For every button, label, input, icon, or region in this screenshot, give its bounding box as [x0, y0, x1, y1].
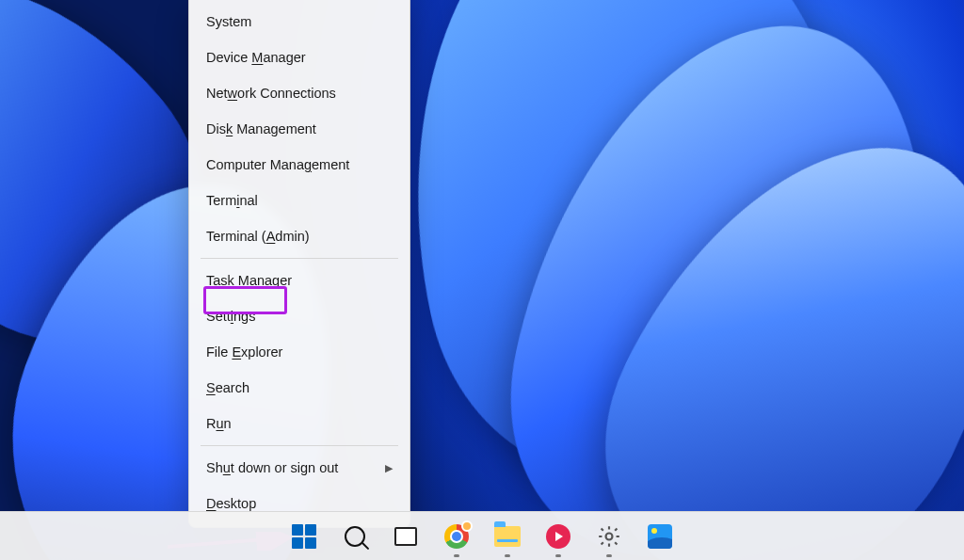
taskbar-app-explorer[interactable]	[492, 521, 522, 552]
menu-item-label: Run	[206, 416, 232, 431]
menu-item-file-explorer[interactable]: File Explorer	[191, 334, 408, 370]
search-icon	[345, 526, 365, 547]
menu-item-label: File Explorer	[206, 344, 282, 360]
taskbar-app-recorder[interactable]	[543, 521, 573, 552]
menu-item-label: System	[206, 14, 251, 29]
menu-item-label: Computer Management	[206, 157, 349, 172]
menu-item-disk-management[interactable]: Disk Management	[191, 111, 408, 147]
menu-item-label: Shut down or sign out	[206, 460, 338, 475]
search-button[interactable]	[340, 521, 370, 552]
record-icon	[546, 524, 570, 549]
start-button[interactable]	[289, 521, 319, 552]
svg-point-1	[606, 533, 613, 539]
folder-icon	[494, 526, 521, 547]
windows-logo-icon	[292, 524, 316, 549]
menu-separator	[201, 258, 398, 259]
desktop-wallpaper	[0, 0, 964, 560]
chrome-icon	[444, 524, 469, 549]
menu-item-label: Search	[206, 380, 249, 395]
menu-item-label: Network Connections	[206, 86, 336, 101]
menu-item-settings[interactable]: Settings	[191, 298, 408, 334]
taskbar-app-chrome[interactable]	[442, 521, 472, 552]
menu-separator	[201, 445, 398, 446]
menu-item-run[interactable]: Run	[191, 406, 408, 441]
winx-context-menu: SystemDevice ManagerNetwork ConnectionsD…	[188, 0, 410, 528]
menu-item-label: Desktop	[206, 496, 256, 511]
menu-item-network-connections[interactable]: Network Connections	[191, 75, 408, 111]
menu-item-device-manager[interactable]: Device Manager	[191, 40, 408, 75]
taskbar-app-settings[interactable]	[594, 521, 624, 552]
taskbar	[0, 511, 964, 560]
menu-item-system[interactable]: System	[191, 4, 408, 40]
menu-item-computer-management[interactable]: Computer Management	[191, 147, 408, 183]
menu-item-label: Task Manager	[206, 273, 292, 288]
menu-item-label: Terminal (Admin)	[206, 229, 310, 244]
menu-item-shut-down-or-sign-out[interactable]: Shut down or sign out▶	[191, 450, 408, 486]
menu-item-search[interactable]: Search	[191, 370, 408, 406]
photos-icon	[648, 524, 672, 549]
chevron-right-icon: ▶	[385, 462, 393, 474]
task-view-button[interactable]	[391, 521, 421, 552]
menu-item-label: Terminal	[206, 193, 258, 208]
menu-item-task-manager[interactable]: Task Manager	[191, 263, 408, 298]
menu-item-terminal[interactable]: Terminal	[191, 183, 408, 218]
gear-icon	[597, 524, 621, 549]
taskbar-app-photos[interactable]	[645, 521, 675, 552]
menu-item-label: Device Manager	[206, 50, 306, 65]
menu-item-label: Disk Management	[206, 121, 316, 136]
menu-item-terminal-admin[interactable]: Terminal (Admin)	[191, 218, 408, 254]
menu-item-label: Settings	[206, 309, 255, 324]
task-view-icon	[394, 527, 417, 546]
